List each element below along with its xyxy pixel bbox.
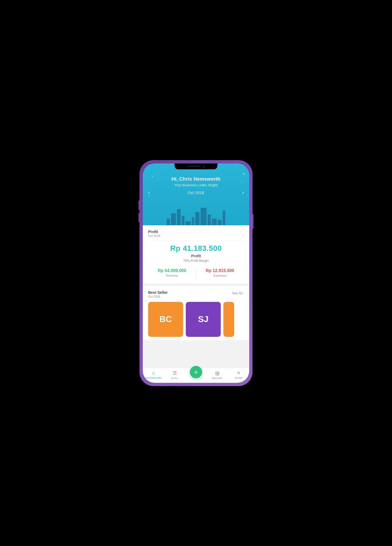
more-icon: ≡ xyxy=(237,370,240,376)
dashboard-icon: ⌂ xyxy=(152,370,155,376)
seller-card-bc[interactable]: BC xyxy=(148,302,183,337)
building-2 xyxy=(171,213,176,225)
building-6 xyxy=(192,217,194,225)
building-12 xyxy=(223,210,225,225)
subtitle-text: Your Business Looks Alright xyxy=(148,183,244,187)
more-label: MORE xyxy=(235,377,243,379)
see-all-button[interactable]: See All › xyxy=(232,291,244,295)
profit-margin: 76% Profit Margin xyxy=(148,259,244,263)
building-8 xyxy=(201,208,206,225)
profit-card: Profit Oct 2018 Rp 41.183.500 Profit 76%… xyxy=(143,225,249,284)
phone-screen: ✦ + + + Hi, Chris Hemsworth Your Busines… xyxy=(143,163,249,383)
rev-exp-row: Rp 54.099.000 Revenue Rp 12.915.500 Expe… xyxy=(148,267,244,278)
best-seller-title-group: Best Seller Oct 2018 xyxy=(148,290,168,298)
expenses-label: Expenses xyxy=(196,274,244,277)
camera xyxy=(203,165,205,167)
best-seller-subtitle: Oct 2018 xyxy=(148,295,168,298)
dashboard-label: DASHBOARD xyxy=(145,377,162,379)
nav-report[interactable]: ▤ REPORT xyxy=(207,370,228,380)
header-section: ✦ + + + Hi, Chris Hemsworth Your Busines… xyxy=(143,163,249,225)
nav-more[interactable]: ≡ MORE xyxy=(228,370,249,379)
building-4 xyxy=(182,216,184,225)
bottom-nav: ⌂ DASHBOARD ☰ DATA + ▤ REPORT ≡ xyxy=(143,368,249,383)
prev-month-button[interactable]: ‹ xyxy=(148,190,150,195)
nav-add[interactable]: + xyxy=(185,371,206,378)
card-divider xyxy=(148,241,244,241)
building-5 xyxy=(186,221,191,225)
next-month-button[interactable]: › xyxy=(242,190,244,195)
phone-notch xyxy=(174,163,218,169)
month-nav: ‹ Oct 2018 › xyxy=(148,190,244,195)
city-silhouette xyxy=(143,205,249,225)
speaker xyxy=(187,166,201,167)
revenue-amount: Rp 54.099.000 xyxy=(148,268,196,273)
profit-label: Profit xyxy=(148,254,244,258)
deco-cross-2: + xyxy=(240,180,243,184)
volume-down-button[interactable] xyxy=(138,213,140,222)
seller-initials-bc: BC xyxy=(159,314,172,324)
nav-data[interactable]: ☰ DATA xyxy=(164,370,185,380)
scroll-content[interactable]: Profit Oct 2018 Rp 41.183.500 Profit 76%… xyxy=(143,225,249,368)
seller-initials-sj: SJ xyxy=(198,314,208,324)
building-10 xyxy=(212,219,217,225)
best-seller-section: Best Seller Oct 2018 See All › BC xyxy=(143,286,249,340)
see-all-label: See All xyxy=(232,291,242,295)
volume-up-button[interactable] xyxy=(138,201,140,210)
deco-cross-1: ✦ xyxy=(151,174,154,179)
expenses-block: Rp 12.915.500 Expenses xyxy=(196,268,244,277)
best-seller-title: Best Seller xyxy=(148,290,168,295)
profit-amount: Rp 41.183.500 xyxy=(148,244,244,253)
building-11 xyxy=(218,220,222,225)
expenses-amount: Rp 12.915.500 xyxy=(196,268,244,273)
data-icon: ☰ xyxy=(173,370,177,376)
seller-card-sj[interactable]: SJ xyxy=(186,302,221,337)
profit-card-title: Profit xyxy=(148,230,244,234)
report-label: REPORT xyxy=(212,377,223,380)
building-7 xyxy=(195,212,199,225)
revenue-block: Rp 54.099.000 Revenue xyxy=(148,268,196,277)
building-1 xyxy=(167,219,170,225)
see-all-arrow-icon: › xyxy=(243,291,244,295)
report-icon: ▤ xyxy=(215,370,220,376)
seller-cards-list[interactable]: BC SJ xyxy=(148,302,244,337)
app-screen: ✦ + + + Hi, Chris Hemsworth Your Busines… xyxy=(143,163,249,383)
add-button[interactable]: + xyxy=(190,366,202,378)
best-seller-header: Best Seller Oct 2018 See All › xyxy=(148,290,244,298)
building-9 xyxy=(208,215,211,225)
power-button[interactable] xyxy=(252,214,254,229)
building-3 xyxy=(177,209,181,225)
current-month: Oct 2018 xyxy=(188,190,204,195)
phone-frame: ✦ + + + Hi, Chris Hemsworth Your Busines… xyxy=(140,160,252,386)
profit-card-subtitle: Oct 2018 xyxy=(148,234,244,237)
revenue-label: Revenue xyxy=(148,274,196,277)
greeting-text: Hi, Chris Hemsworth xyxy=(148,176,244,182)
add-icon-plus: + xyxy=(194,368,198,376)
seller-card-partial[interactable] xyxy=(223,302,234,337)
data-label: DATA xyxy=(171,377,178,380)
nav-dashboard[interactable]: ⌂ DASHBOARD xyxy=(143,370,164,379)
add-icon[interactable]: + xyxy=(242,172,245,177)
